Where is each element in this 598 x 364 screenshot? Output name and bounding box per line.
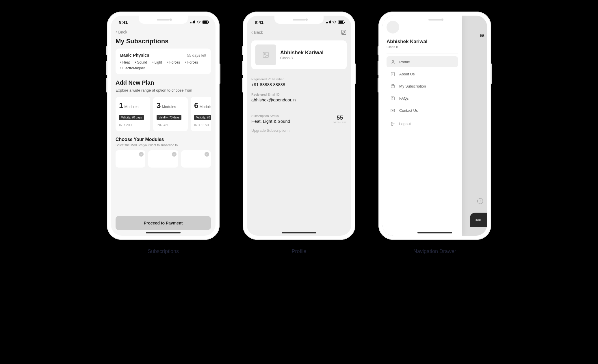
divider — [251, 108, 347, 108]
svg-point-0 — [198, 23, 199, 23]
svg-point-1 — [334, 23, 335, 23]
profile-name: Abhishek Kariwal — [280, 50, 324, 56]
module-option[interactable]: ✓ — [148, 150, 178, 168]
drawer-name: Abhishek Kariwal — [387, 39, 458, 44]
plan-price: INR 450 — [157, 123, 184, 127]
svg-rect-3 — [263, 52, 268, 57]
phone-value: +91 88888 88888 — [251, 82, 347, 87]
plan-card[interactable]: 1 Modules Validity: 70 days INR 200 — [116, 97, 150, 131]
phone-frame-subscriptions: 9:41 ‹ Back My Subscriptions — [107, 12, 220, 240]
home-indicator — [282, 232, 316, 233]
background-tab-fragment: duler — [470, 213, 487, 227]
plan-unit: Modules — [199, 105, 211, 109]
page-title: My Subscriptions — [111, 38, 216, 49]
avatar[interactable] — [387, 21, 399, 34]
upgrade-label: Upgrade Subscription — [251, 128, 287, 133]
drawer-item-profile[interactable]: Profile — [387, 56, 458, 67]
back-button[interactable]: ‹ Back — [251, 30, 263, 35]
email-field: Registered Email ID abhishek@opendoor.in — [247, 90, 351, 105]
topic-item: Sound — [135, 60, 147, 64]
plan-count: 1 — [119, 101, 123, 110]
plan-price: INR 1150 — [194, 123, 211, 127]
drawer-item-label: Profile — [399, 60, 410, 64]
info-icon[interactable]: i — [477, 198, 483, 204]
plan-card[interactable]: 6 Modules Validity: 70 days INR 1150 — [191, 97, 211, 131]
drawer-item-logout[interactable]: Logout — [387, 118, 458, 129]
topics-list: Heat Sound Light Forces Forces ElectroMa… — [120, 60, 206, 70]
background-text-fragment: ea — [480, 33, 484, 38]
screen-label: Profile — [291, 248, 306, 255]
drawer-item-label: Contact Us — [399, 108, 418, 113]
drawer-item-label: FAQs — [399, 96, 409, 101]
add-plan-heading: Add New Plan — [116, 79, 211, 86]
chevron-left-icon: ‹ — [116, 29, 117, 35]
subscription-status-block: Subscription Status Heat, Light & Sound … — [247, 111, 351, 127]
topic-item: Light — [152, 60, 162, 64]
battery-icon — [338, 21, 344, 24]
home-indicator — [417, 232, 452, 233]
validity-badge: Validity: 70 days — [157, 115, 181, 120]
wifi-icon — [196, 21, 201, 24]
sub-status-value: Heat, Light & Sound — [251, 119, 290, 124]
choose-modules-heading: Choose Your Modules — [116, 137, 211, 142]
status-time: 9:41 — [119, 20, 128, 25]
navigation-drawer: Abhishek Kariwal Class 8 Profile — [382, 16, 462, 236]
plan-count: 3 — [157, 101, 161, 110]
signal-icon — [190, 21, 195, 23]
drawer-item-subscription[interactable]: My Subscription — [387, 81, 458, 92]
current-subscription-card[interactable]: Basic Physics 55 days left Heat Sound Li… — [116, 49, 211, 74]
topic-item: Forces — [185, 60, 198, 64]
svg-point-4 — [264, 53, 265, 55]
email-value: abhishek@opendoor.in — [251, 97, 347, 102]
chevron-right-icon: › — [289, 128, 290, 133]
check-icon: ✓ — [205, 152, 209, 157]
subscription-name: Basic Physics — [120, 53, 149, 57]
screen-label: Subscriptions — [148, 248, 179, 255]
faq-icon — [390, 96, 395, 101]
plan-unit: Modules — [162, 105, 176, 109]
phone-label: Registered Ph Number — [251, 77, 347, 81]
subscription-days-left: 55 days left — [187, 53, 207, 57]
plan-unit: Modules — [124, 105, 138, 109]
validity-badge: Validity: 70 days — [119, 115, 144, 120]
wifi-icon — [332, 21, 337, 24]
phone-frame-drawer: ea i duler Abhishek Kariwal Class 8 — [378, 12, 491, 240]
upgrade-subscription-link[interactable]: Upgrade Subscription › — [247, 127, 351, 134]
topic-item: Heat — [120, 60, 130, 64]
check-icon: ✓ — [172, 152, 177, 157]
plan-count: 6 — [194, 101, 198, 110]
svg-point-10 — [392, 99, 393, 99]
add-plan-sub: Explore a wide range of option to choose… — [116, 88, 211, 93]
days-left-count: 55 — [333, 114, 347, 121]
edit-icon[interactable] — [341, 29, 347, 35]
drawer-item-contact[interactable]: Contact Us — [387, 105, 458, 116]
drawer-item-about[interactable]: About Us — [387, 68, 458, 79]
chevron-left-icon: ‹ — [251, 30, 253, 35]
module-option[interactable]: ✓ — [116, 150, 145, 168]
email-label: Registered Email ID — [251, 93, 347, 96]
profile-card: Abhishek Kariwal Class 8 — [251, 40, 347, 69]
back-button[interactable]: ‹ Back — [111, 28, 216, 38]
screen-label: Navigation Drawer — [413, 248, 456, 255]
plan-card[interactable]: 3 Modules Validity: 70 days INR 450 — [153, 97, 188, 131]
user-icon — [390, 59, 395, 64]
drawer-item-faqs[interactable]: FAQs — [387, 93, 458, 104]
mail-icon — [390, 108, 395, 113]
back-label: Back — [118, 30, 127, 34]
avatar-placeholder[interactable] — [255, 44, 276, 65]
drawer-item-label: Logout — [399, 122, 411, 126]
proceed-payment-button[interactable]: Proceed to Payment — [116, 216, 211, 230]
topic-item: ElectroMagnet — [120, 66, 145, 70]
module-option[interactable]: ✓ — [181, 150, 211, 168]
drawer-item-label: About Us — [399, 72, 415, 76]
profile-class: Class 8 — [280, 56, 324, 60]
drawer-class: Class 8 — [387, 45, 458, 49]
validity-badge: Validity: 70 days — [194, 115, 211, 120]
about-icon — [390, 71, 395, 77]
divider — [387, 53, 458, 53]
days-left-label: DAYS LEFT — [333, 121, 347, 124]
sub-status-label: Subscription Status — [251, 114, 290, 118]
check-icon: ✓ — [139, 152, 144, 157]
svg-rect-2 — [342, 30, 346, 35]
plans-scroller[interactable]: 1 Modules Validity: 70 days INR 200 3 Mo… — [116, 97, 211, 131]
